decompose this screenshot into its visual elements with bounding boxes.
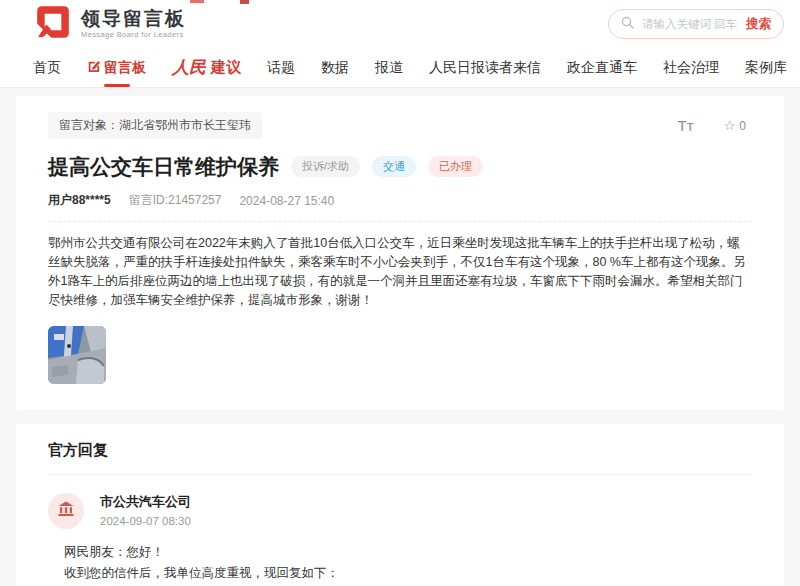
- official-reply-heading: 官方回复: [48, 441, 752, 460]
- search-input[interactable]: [640, 17, 740, 31]
- tag-transport: 交通: [372, 156, 416, 177]
- divider: [48, 474, 752, 475]
- site-logo[interactable]: 领导留言板 Message Board for Leaders: [33, 2, 186, 46]
- nav-item-peoples-suggestion[interactable]: 人民建议: [172, 56, 241, 79]
- message-body: 鄂州市公共交通有限公司在2022年末购入了首批10台低入口公交车，近日乘坐时发现…: [48, 234, 752, 310]
- reply-agency-name: 市公共汽车公司: [100, 493, 191, 511]
- reply-line: 收到您的信件后，我单位高度重视，现回复如下：: [64, 563, 752, 583]
- nav-item-reports[interactable]: 报道: [375, 59, 403, 77]
- nav-item-reader-letters[interactable]: 人民日报读者来信: [429, 59, 541, 77]
- site-header: 领导留言板 Message Board for Leaders 搜索: [0, 0, 800, 48]
- reply-body: 网民朋友：您好！ 收到您的信件后，我单位高度重视，现回复如下： 乘客反映的车辆上…: [64, 542, 752, 586]
- message-author: 用户88****5: [48, 192, 111, 209]
- site-subtitle: Message Board for Leaders: [81, 30, 186, 39]
- message-board-logo-icon: [33, 2, 73, 46]
- favorite-count: 0: [739, 119, 746, 133]
- edit-square-icon: [87, 60, 100, 76]
- nav-item-home[interactable]: 首页: [33, 59, 61, 77]
- nav-item-topics[interactable]: 话题: [267, 59, 295, 77]
- nav-item-gov-enterprise[interactable]: 政企直通车: [567, 59, 637, 77]
- top-edge-fragment: [190, 0, 204, 3]
- favorite-button[interactable]: ☆ 0: [724, 118, 746, 133]
- font-size-icon[interactable]: Tᴛ: [678, 117, 694, 134]
- main-nav: 首页 留言板 人民建议 话题 数据 报道 人民日报读者来信 政企直通车 社会治理…: [0, 48, 800, 88]
- nav-item-case-library[interactable]: 案例库: [745, 59, 787, 77]
- top-edge-fragment: [240, 0, 249, 4]
- reply-line: 网民朋友：您好！: [64, 542, 752, 562]
- divider: [48, 221, 752, 222]
- star-icon: ☆: [724, 118, 736, 133]
- tag-complaint: 投诉/求助: [291, 156, 360, 177]
- message-id: 留言ID:21457257: [129, 192, 222, 209]
- reply-date: 2024-09-07 08:30: [100, 515, 191, 527]
- government-building-icon: [57, 500, 75, 522]
- message-title: 提高公交车日常维护保养: [48, 154, 279, 179]
- nav-item-message-board[interactable]: 留言板: [87, 59, 146, 77]
- nav-item-data[interactable]: 数据: [321, 59, 349, 77]
- official-reply-card: 官方回复 市公共汽车公司 2024-09-07 08:30: [16, 424, 784, 586]
- search-icon: [621, 15, 634, 33]
- search-box[interactable]: 搜索: [608, 9, 784, 39]
- message-target-chip: 留言对象：湖北省鄂州市市长王玺玮: [48, 112, 262, 139]
- message-card: 留言对象：湖北省鄂州市市长王玺玮 Tᴛ ☆ 0 提高公交车日常维护保养 投诉/求…: [16, 96, 784, 410]
- message-date: 2024-08-27 15:40: [239, 194, 334, 208]
- page-content: 留言对象：湖北省鄂州市市长王玺玮 Tᴛ ☆ 0 提高公交车日常维护保养 投诉/求…: [0, 96, 800, 586]
- nav-item-social-governance[interactable]: 社会治理: [663, 59, 719, 77]
- site-title: 领导留言板: [81, 9, 186, 30]
- search-button[interactable]: 搜索: [746, 16, 771, 33]
- attachment-photo-bus-interior[interactable]: [48, 326, 106, 384]
- agency-avatar: [48, 493, 84, 529]
- tag-status-handled: 已办理: [428, 156, 483, 177]
